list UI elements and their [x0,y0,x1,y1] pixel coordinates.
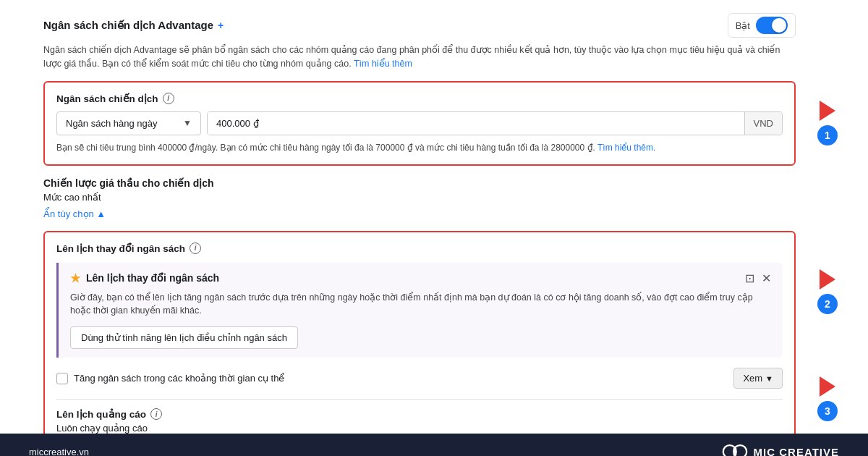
plus-icon: + [218,20,224,31]
advantage-title-text: Ngân sách chiến dịch Advantage [43,19,213,32]
mic-logo-icon [722,443,748,456]
close-icon[interactable]: ✕ [762,271,771,285]
star-icon: ★ [70,271,80,285]
advantage-description: Ngân sách chiến dịch Advantage sẽ phân b… [43,43,796,71]
strategy-value: Mức cao nhất [43,192,796,203]
ad-schedule-section: Lên lịch quảng cáo i Luôn chạy quảng cáo [56,399,783,434]
schedule-section-wrapper: Lên lịch thay đổi ngân sách i ★ Lên lịch… [43,231,796,446]
mic-logo-text: MIC CREATIVE [754,446,839,457]
xem-button[interactable]: Xem ▼ [733,368,783,389]
footer-logo: MIC CREATIVE [722,443,839,456]
schedule-promo-box: ★ Lên lịch thay đổi ngân sách ⊡ ✕ Giờ đâ… [56,263,783,358]
budget-row: Ngân sách hàng ngày ▼ VND [56,111,783,135]
budget-input[interactable] [208,112,744,135]
select-chevron-icon: ▼ [183,118,192,128]
promo-actions: ⊡ ✕ [745,271,771,285]
arrow-icon-1 [820,101,835,121]
budget-note-link[interactable]: Tìm hiểu thêm. [597,143,655,153]
budget-info-icon[interactable]: i [163,93,174,104]
strategy-section: Chiến lược giá thầu cho chiến dịch Mức c… [43,177,796,203]
strategy-title: Chiến lược giá thầu cho chiến dịch [43,177,796,189]
schedule-label: Lên lịch thay đổi ngân sách i [56,242,783,254]
advantage-title: Ngân sách chiến dịch Advantage + [43,19,224,32]
checkbox-label[interactable]: Tăng ngân sách trong các khoảng thời gia… [56,373,284,384]
budget-label: Ngân sách chiến dịch i [56,93,783,104]
budget-section-wrapper: Ngân sách chiến dịch i Ngân sách hàng ng… [43,81,796,166]
xem-chevron-icon: ▼ [765,374,773,383]
budget-input-wrap: VND [207,111,783,135]
schedule-checkbox[interactable] [56,373,68,384]
promo-description: Giờ đây, bạn có thể lên lịch tăng ngân s… [70,291,771,318]
bookmark-icon[interactable]: ⊡ [745,271,754,285]
toggle-options-link[interactable]: Ẩn tùy chọn ▲ [43,208,796,219]
advantage-learn-more[interactable]: Tìm hiểu thêm [354,59,412,69]
schedule-info-icon[interactable]: i [190,242,201,254]
footer: miccreative.vn MIC CREATIVE [0,434,868,456]
footer-url: miccreative.vn [29,447,89,457]
ad-schedule-title: Lên lịch quảng cáo i [56,408,783,420]
ad-schedule-info-icon[interactable]: i [150,408,162,420]
content-area: Ngân sách chiến dịch Advantage + Bật Ngâ… [0,0,868,456]
arrow-icon-3 [820,376,835,397]
budget-note: Bạn sẽ chi tiêu trung bình 400000 ₫/ngày… [56,141,783,154]
page-wrapper: Ngân sách chiến dịch Advantage + Bật Ngâ… [0,0,868,456]
arrow-icon-2 [820,269,835,290]
arrow-annotation-3: 3 [817,376,838,421]
toggle-container[interactable]: Bật [728,13,796,38]
advantage-header: Ngân sách chiến dịch Advantage + Bật [43,13,796,38]
arrow-annotation-1: 1 [817,101,838,145]
ad-schedule-value: Luôn chạy quảng cáo [56,423,783,434]
badge-2: 2 [817,294,838,314]
schedule-box: Lên lịch thay đổi ngân sách i ★ Lên lịch… [43,231,796,446]
toggle-switch[interactable] [756,17,788,34]
budget-select[interactable]: Ngân sách hàng ngày ▼ [56,111,201,135]
badge-3: 3 [817,401,838,421]
budget-box: Ngân sách chiến dịch i Ngân sách hàng ng… [43,81,796,166]
badge-1: 1 [817,125,838,145]
schedule-promo-header: ★ Lên lịch thay đổi ngân sách ⊡ ✕ [70,271,771,285]
promo-title: ★ Lên lịch thay đổi ngân sách [70,271,219,285]
toggle-label: Bật [736,20,750,31]
arrow-annotation-2: 2 [817,269,838,314]
schedule-header: Lên lịch thay đổi ngân sách i [56,242,783,254]
try-feature-button[interactable]: Dùng thử tính năng lên lịch điều chỉnh n… [70,326,298,349]
currency-badge: VND [744,112,782,135]
schedule-checkbox-row: Tăng ngân sách trong các khoảng thời gia… [56,368,783,389]
